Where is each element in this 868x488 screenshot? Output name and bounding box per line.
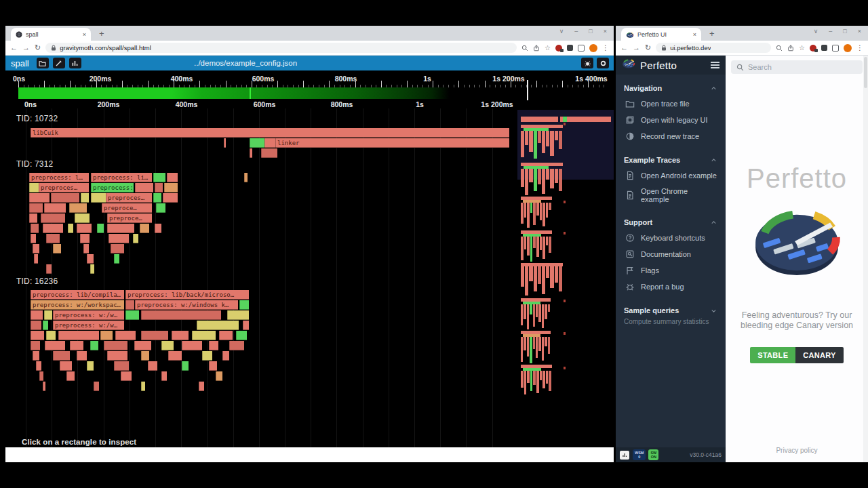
flame-bar[interactable] xyxy=(58,331,99,340)
flame-bar[interactable] xyxy=(140,224,149,233)
flame-bar[interactable] xyxy=(45,341,65,350)
flame-bar[interactable] xyxy=(167,173,178,182)
maximize-icon[interactable]: □ xyxy=(589,28,592,35)
flame-bar[interactable] xyxy=(250,148,252,158)
forward-icon[interactable]: → xyxy=(633,44,640,52)
sidebar-item[interactable]: Keyboard shortcuts xyxy=(616,230,726,246)
minimap-thumbnail[interactable] xyxy=(521,298,551,329)
sidebar-item[interactable]: Report a bug xyxy=(616,279,726,295)
flame-bar[interactable] xyxy=(202,351,212,361)
flame-bar[interactable] xyxy=(97,224,104,233)
sidebar-item[interactable]: Flags xyxy=(616,262,726,279)
flame-bar[interactable] xyxy=(114,254,119,264)
pinned-extension-icon[interactable] xyxy=(821,45,827,51)
tools-button[interactable] xyxy=(53,58,65,68)
zoom-icon[interactable] xyxy=(776,45,783,52)
share-icon[interactable] xyxy=(787,45,794,52)
flame-bar[interactable] xyxy=(209,341,218,350)
flame-bar[interactable] xyxy=(133,234,138,243)
chevron-up-icon[interactable] xyxy=(710,219,717,226)
flame-bar[interactable] xyxy=(224,138,226,148)
flame-bar[interactable] xyxy=(264,138,275,148)
sidebar-item[interactable]: Documentation xyxy=(616,246,726,262)
hamburger-menu-icon[interactable] xyxy=(711,62,719,68)
tab-close-icon[interactable]: × xyxy=(693,31,696,38)
flame-bar[interactable] xyxy=(31,224,39,233)
flame-bar[interactable] xyxy=(90,341,98,350)
flame-bar[interactable] xyxy=(66,371,75,381)
flame-bar[interactable] xyxy=(75,214,90,223)
restore-down-icon[interactable]: ∨ xyxy=(814,28,818,35)
sidebar-item[interactable]: Open Chrome example xyxy=(616,184,726,207)
minimap-thumbnail[interactable] xyxy=(521,230,552,262)
flame-bar[interactable] xyxy=(141,382,145,391)
flame-bar[interactable] xyxy=(77,224,92,233)
flame-bar[interactable] xyxy=(141,351,149,361)
flame-bar[interactable] xyxy=(114,361,129,371)
flame-bar[interactable] xyxy=(36,361,41,371)
flame-bar[interactable] xyxy=(236,331,247,340)
status-badge[interactable]: WSM0 xyxy=(633,449,646,460)
flame-bar[interactable] xyxy=(70,341,83,350)
section-header[interactable]: Support xyxy=(616,214,726,230)
flame-bar[interactable]: preproce… xyxy=(102,203,152,213)
tab-group-icon[interactable] xyxy=(832,45,839,52)
flame-bar[interactable] xyxy=(80,234,90,243)
flame-bar[interactable] xyxy=(209,361,217,371)
flame-bar[interactable] xyxy=(141,310,221,320)
flame-bar[interactable] xyxy=(43,382,45,391)
flame-bar[interactable] xyxy=(68,224,73,233)
flame-bar[interactable] xyxy=(182,361,189,371)
flame-bar[interactable] xyxy=(91,193,106,203)
flame-bar[interactable]: preprocess: w:/w… xyxy=(53,321,124,330)
flame-bar[interactable] xyxy=(243,321,249,330)
flame-bar[interactable] xyxy=(229,341,244,350)
timeline-minimap[interactable] xyxy=(18,87,609,99)
section-header[interactable]: Example Traces xyxy=(616,152,726,167)
tab-spall[interactable]: spall × xyxy=(11,28,91,41)
flame-bar[interactable] xyxy=(87,361,94,371)
chevron-up-icon[interactable] xyxy=(710,85,717,92)
section-header[interactable]: Navigation xyxy=(616,80,726,96)
minimize-icon[interactable]: – xyxy=(829,28,832,35)
flame-bar[interactable] xyxy=(44,203,66,213)
flame-bar[interactable] xyxy=(261,148,277,158)
minimap-wide-bar[interactable] xyxy=(521,117,611,122)
flame-bar[interactable]: preprocess: li… xyxy=(91,173,152,182)
flame-bar[interactable]: preproces… xyxy=(39,183,89,192)
flame-bar[interactable] xyxy=(43,321,48,330)
flame-bar[interactable] xyxy=(53,351,70,361)
flame-bar[interactable] xyxy=(90,264,94,274)
scrollbar-thumb[interactable] xyxy=(864,57,867,88)
flame-bar[interactable] xyxy=(125,310,139,320)
stats-button[interactable] xyxy=(69,58,81,68)
chevron-down-icon[interactable] xyxy=(710,307,717,314)
flame-bar[interactable] xyxy=(156,203,165,213)
flame-bar[interactable]: preprocess: w:… xyxy=(91,183,134,192)
flame-bar[interactable] xyxy=(155,224,161,233)
minimap-thumbnail[interactable] xyxy=(521,331,551,363)
bookmark-star-icon[interactable]: ☆ xyxy=(799,45,805,52)
flame-bar[interactable] xyxy=(250,138,264,148)
share-icon[interactable] xyxy=(533,45,540,52)
flame-bar[interactable] xyxy=(53,244,61,253)
flame-bar[interactable] xyxy=(219,331,233,340)
chevron-up-icon[interactable] xyxy=(710,157,717,164)
flame-bar[interactable] xyxy=(163,193,178,203)
kebab-menu-icon[interactable]: ⋮ xyxy=(856,45,863,52)
flame-bar[interactable]: preprocess: lib/compila… xyxy=(31,290,124,300)
bug-report-button[interactable] xyxy=(581,58,593,68)
flame-bar[interactable] xyxy=(100,331,113,340)
refresh-icon[interactable]: ↻ xyxy=(35,44,41,52)
flame-bar[interactable] xyxy=(227,310,249,320)
flame-bar[interactable] xyxy=(60,361,72,371)
search-bar[interactable]: Search xyxy=(731,60,863,74)
privacy-policy-link[interactable]: Privacy policy xyxy=(726,447,868,454)
flame-bar[interactable] xyxy=(172,331,189,340)
refresh-icon[interactable]: ↻ xyxy=(645,44,651,52)
flame-bar[interactable] xyxy=(31,341,40,350)
profile-avatar[interactable] xyxy=(589,44,597,52)
flame-bar[interactable] xyxy=(34,254,38,264)
tab-perfetto[interactable]: Perfetto UI × xyxy=(621,28,701,41)
flame-bar[interactable] xyxy=(31,321,41,330)
